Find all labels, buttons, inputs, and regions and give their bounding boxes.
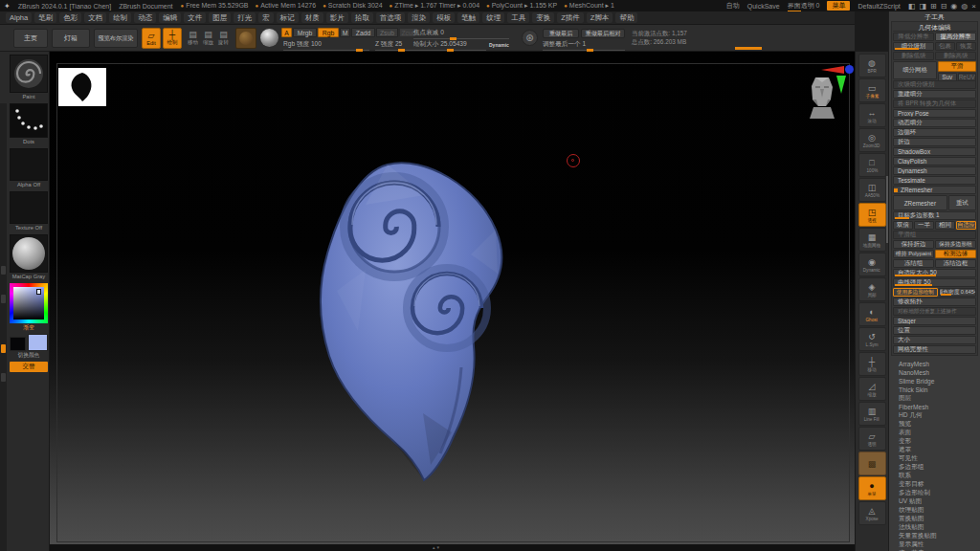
claypolish-section[interactable]: ClayPolish — [893, 157, 976, 165]
color-selector[interactable]: 渐变 — [10, 283, 48, 331]
palette-section[interactable]: 预览 — [891, 420, 978, 429]
double-button[interactable]: 双倍 — [893, 221, 913, 230]
menu-item[interactable]: 拾取 — [351, 12, 373, 23]
canvas-scroll-strip[interactable]: ▴ ▾ — [50, 544, 855, 551]
palette-section[interactable]: UV 贴图 — [891, 497, 978, 506]
mesh-integrity-section[interactable]: 网格完整性 — [893, 345, 976, 354]
modify-topology-section[interactable]: 修改拓扑 — [893, 298, 976, 306]
target-poly-slider[interactable]: 目标多边形数 1 — [893, 211, 976, 220]
current-brush[interactable]: Paint — [10, 55, 48, 100]
menu-item[interactable]: 宏 — [258, 12, 274, 23]
palette-section[interactable]: 变形 — [891, 437, 978, 446]
shelf-button[interactable]: ◎ Zoom3D — [858, 128, 886, 152]
tray-handle[interactable] — [1, 266, 6, 275]
palette-section[interactable]: HD 几何 — [891, 411, 978, 420]
palette-section[interactable]: 遮罩 — [891, 446, 978, 454]
menu-toggle-button[interactable]: 菜单 — [827, 1, 850, 11]
current-stroke[interactable]: Dots — [10, 103, 48, 145]
menu-item[interactable]: 渲染 — [408, 12, 430, 23]
subtool-palette-title[interactable]: 子工具 — [891, 12, 978, 21]
palette-section[interactable]: Slime Bridge — [891, 377, 978, 386]
focal-shift-slider[interactable]: 焦点衰减 0 — [413, 29, 509, 39]
palette-section[interactable]: 表面 — [891, 429, 978, 437]
rgb-toggle[interactable]: Rgb — [318, 28, 339, 37]
mirror-repeat-toggle[interactable]: 对称地部分重复上述操作 — [893, 307, 976, 316]
edge-loop-section[interactable]: 边循环 — [893, 128, 976, 137]
lightbox-button[interactable]: 灯箱 — [52, 29, 90, 48]
shelf-button[interactable]: ◍ BPR — [858, 54, 886, 77]
scale-mode-button[interactable]: ▤ 缩放 — [201, 28, 215, 49]
gradient-label[interactable]: 渐变 — [10, 323, 48, 331]
palette-section[interactable]: 图层 — [891, 394, 978, 403]
menu-item[interactable]: 笔触 — [457, 12, 479, 23]
draw-size-slider[interactable]: 绘制大小 25.05439 — [413, 40, 486, 51]
menu-item[interactable]: 图层 — [209, 12, 231, 23]
swap-color-button[interactable]: 交替 — [10, 362, 48, 372]
zsub-toggle[interactable]: Zsub — [376, 28, 398, 37]
adjust-last-slider[interactable]: 调整最后一个 1 — [543, 40, 625, 51]
palette-section[interactable]: 矢量置换贴图 — [891, 532, 978, 540]
menu-item[interactable]: 帮助 — [615, 12, 637, 23]
divider-handle[interactable] — [735, 47, 762, 50]
palette-section[interactable]: 显示属性 — [891, 540, 978, 549]
shelf-button[interactable]: ◐ Ghost — [858, 302, 886, 326]
menu-item[interactable]: 动态 — [134, 12, 156, 23]
palette-section[interactable]: 纹理贴图 — [891, 506, 978, 515]
geometry-header[interactable]: 几何体编辑 — [893, 23, 976, 32]
adapt-toggle[interactable]: 自适应 — [956, 221, 976, 230]
home-button[interactable]: 主页 — [13, 29, 48, 48]
window-icon[interactable]: ◧ — [908, 2, 916, 11]
menu-item[interactable]: 打光 — [234, 12, 256, 23]
mrgb-toggle[interactable]: Mrgb — [293, 28, 317, 37]
redo-last-relative-button[interactable]: 重做最后相对 — [581, 29, 625, 38]
hue-ring[interactable] — [10, 283, 48, 323]
palette-section[interactable]: 多边形组 — [891, 463, 978, 472]
anchor-toggle[interactable]: A — [281, 28, 292, 37]
use-polypaint-toggle[interactable]: 维持 Polypaint — [893, 250, 934, 258]
palette-section[interactable]: ArrayMesh — [891, 360, 978, 368]
keep-creases-toggle[interactable]: 保持折边 — [893, 240, 934, 249]
auto-button[interactable]: 自动 — [726, 1, 740, 11]
window-icon[interactable]: ◉ — [950, 2, 957, 11]
current-texture[interactable]: Texture Off — [10, 191, 48, 231]
shelf-button[interactable]: ┼ 移动 — [858, 352, 886, 376]
quicksave-button[interactable]: QuickSave — [747, 3, 780, 10]
window-icon[interactable]: ⊟ — [941, 2, 947, 11]
menu-item[interactable]: 文件 — [184, 12, 206, 23]
menu-item[interactable]: 标记 — [277, 12, 299, 23]
draw-mode-button[interactable]: ┼ 绘制 — [163, 28, 182, 49]
menu-item[interactable]: 变换 — [532, 12, 554, 23]
lower-res-button[interactable]: 降低分辨率 — [893, 33, 934, 41]
palette-section[interactable]: 置换贴图 — [891, 515, 978, 523]
window-icon[interactable]: × — [971, 2, 976, 11]
position-section[interactable]: 位置 — [893, 326, 976, 335]
smt-toggle[interactable]: 平滑 — [938, 61, 976, 72]
divide-button[interactable]: 细分网格 — [893, 61, 937, 79]
adaptive-size-slider[interactable]: 自适应大小 50 — [893, 269, 976, 277]
current-material[interactable]: MatCap Gray — [10, 234, 48, 280]
freeze-border-toggle[interactable]: 冻结组 — [893, 259, 934, 268]
window-icon[interactable]: ◨ — [919, 2, 926, 11]
ui-opacity-slider[interactable]: 界面透明 0 — [788, 1, 820, 11]
tool-head-thumbnail[interactable] — [804, 75, 840, 119]
tray-handle[interactable] — [1, 373, 6, 382]
redo-last-button[interactable]: 重做最后 — [543, 29, 579, 38]
half-button[interactable]: 一半 — [914, 221, 934, 230]
size-section[interactable]: 大小 — [893, 336, 976, 344]
sdiv-slider[interactable]: 细分级别 — [893, 42, 934, 51]
zremesher-section[interactable]: ZRemesher — [893, 186, 976, 194]
color-density-slider[interactable]: 颜色密度 0.6454 — [939, 288, 976, 297]
move-mode-button[interactable]: ▤ 移动 — [186, 28, 200, 49]
menu-item[interactable]: 材质 — [301, 12, 323, 23]
palette-section[interactable]: 联系 — [891, 472, 978, 480]
window-icon[interactable]: ⊞ — [930, 2, 937, 11]
document-canvas[interactable]: ▴ ▾ — [50, 52, 855, 551]
palette-section[interactable]: 可见性 — [891, 454, 978, 463]
keep-groups-toggle[interactable]: 保持多边形组 — [935, 240, 976, 249]
menu-item[interactable]: 编辑 — [159, 12, 181, 23]
menu-item[interactable]: 纹理 — [482, 12, 504, 23]
brush-preview[interactable] — [235, 28, 256, 49]
sculpt-mesh[interactable] — [50, 52, 855, 551]
zadd-toggle[interactable]: Zadd — [351, 28, 375, 37]
rotate-mode-button[interactable]: ▤ 旋转 — [216, 28, 231, 49]
